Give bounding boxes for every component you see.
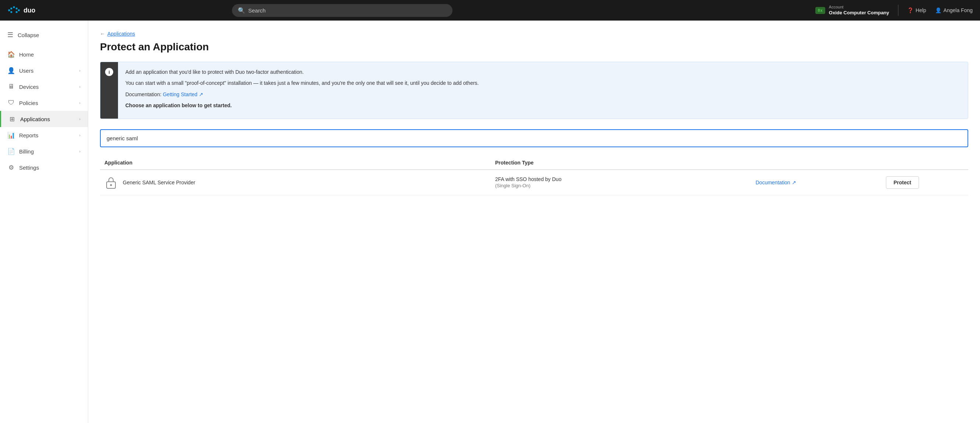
sidebar-item-reports[interactable]: 📊 Reports › xyxy=(0,127,88,143)
protect-button[interactable]: Protect xyxy=(886,176,919,189)
help-label: Help xyxy=(916,7,926,13)
chevron-right-icon: › xyxy=(79,101,81,105)
chevron-right-icon: › xyxy=(79,68,81,73)
users-icon: 👤 xyxy=(7,67,15,74)
col-header-action xyxy=(881,156,968,170)
user-name-label: Angela Fong xyxy=(943,7,973,13)
search-icon: 🔍 xyxy=(238,7,245,14)
chevron-right-icon: › xyxy=(79,149,81,154)
account-name: Oxide Computer Company xyxy=(829,10,889,16)
saml-app-icon xyxy=(104,176,118,189)
shield-icon: 🛡 xyxy=(7,99,15,106)
svg-rect-6 xyxy=(16,11,18,13)
collapse-label: Collapse xyxy=(18,32,39,38)
account-label: Account xyxy=(829,5,889,9)
sidebar-item-billing[interactable]: 📄 Billing › xyxy=(0,143,88,159)
table-body: Generic SAML Service Provider 2FA with S… xyxy=(100,170,968,195)
help-button[interactable]: ❓ Help xyxy=(907,7,926,13)
reports-icon: 📊 xyxy=(7,131,15,139)
sidebar-item-devices[interactable]: 🖥 Devices › xyxy=(0,79,88,95)
sidebar-devices-label: Devices xyxy=(19,84,38,90)
table-header: Application Protection Type xyxy=(100,156,968,170)
svg-rect-1 xyxy=(10,8,12,10)
svg-rect-2 xyxy=(16,8,18,10)
svg-text:duo: duo xyxy=(24,6,35,14)
applications-icon: ⊞ xyxy=(8,115,16,123)
svg-rect-4 xyxy=(18,10,20,11)
search-input[interactable] xyxy=(248,7,447,14)
account-info: Account Oxide Computer Company xyxy=(829,5,889,16)
account-badge: 0x xyxy=(815,7,825,14)
sidebar-policies-label: Policies xyxy=(19,100,38,106)
billing-icon: 📄 xyxy=(7,147,15,155)
main-content: ← Applications Protect an Application i … xyxy=(88,21,980,423)
sidebar-item-home[interactable]: 🏠 Home xyxy=(0,46,88,62)
col-header-application: Application xyxy=(100,156,491,170)
logo-area: duo xyxy=(7,6,42,15)
choose-text: Choose an application below to get start… xyxy=(125,101,479,109)
sidebar-reports-label: Reports xyxy=(19,132,38,138)
col-header-doc xyxy=(751,156,881,170)
app-name-cell: Generic SAML Service Provider xyxy=(100,170,491,195)
protect-cell[interactable]: Protect xyxy=(881,170,968,195)
protection-type-label: 2FA with SSO hosted by Duo xyxy=(495,176,747,182)
breadcrumb-applications-link[interactable]: Applications xyxy=(107,31,135,37)
user-menu-button[interactable]: 👤 Angela Fong xyxy=(935,7,973,13)
getting-started-link[interactable]: Getting Started ↗ xyxy=(163,92,203,97)
user-icon: 👤 xyxy=(935,7,942,13)
gear-icon: ⚙ xyxy=(7,164,15,171)
sidebar-item-policies[interactable]: 🛡 Policies › xyxy=(0,95,88,111)
table-row: Generic SAML Service Provider 2FA with S… xyxy=(100,170,968,195)
sidebar-users-label: Users xyxy=(19,68,33,74)
chevron-right-icon: › xyxy=(79,84,81,89)
home-icon: 🏠 xyxy=(7,51,15,58)
app-name-label: Generic SAML Service Provider xyxy=(123,179,195,185)
info-box-accent: i xyxy=(100,62,118,119)
sidebar-item-settings[interactable]: ⚙ Settings xyxy=(0,159,88,176)
sidebar-billing-label: Billing xyxy=(19,148,34,155)
sidebar-home-label: Home xyxy=(19,51,34,58)
svg-rect-0 xyxy=(13,6,15,8)
protection-subtype-label: (Single Sign-On) xyxy=(495,183,747,189)
devices-icon: 🖥 xyxy=(7,83,15,90)
topnav-right: 0x Account Oxide Computer Company ❓ Help… xyxy=(815,5,973,16)
account-block: 0x Account Oxide Computer Company xyxy=(815,5,889,16)
top-navigation: duo 🔍 0x Account Oxide Computer Company … xyxy=(0,0,980,21)
sidebar-item-applications[interactable]: ⊞ Applications › xyxy=(0,111,88,127)
svg-rect-5 xyxy=(10,11,12,13)
sidebar: ☰ Collapse 🏠 Home 👤 Users › 🖥 Devices › … xyxy=(0,21,88,423)
cisco-logo xyxy=(7,6,21,15)
help-circle-icon: ❓ xyxy=(907,7,913,13)
application-search-input[interactable] xyxy=(100,129,968,147)
col-header-protection: Protection Type xyxy=(491,156,751,170)
duo-logo: duo xyxy=(24,6,42,14)
applications-table: Application Protection Type xyxy=(100,156,968,195)
chevron-right-icon: › xyxy=(79,117,81,121)
sidebar-item-users[interactable]: 👤 Users › xyxy=(0,62,88,79)
info-line2: You can start with a small "proof-of-con… xyxy=(125,79,479,87)
info-box: i Add an application that you'd like to … xyxy=(100,62,968,119)
back-arrow-icon: ← xyxy=(100,31,105,37)
protection-type-cell: 2FA with SSO hosted by Duo (Single Sign-… xyxy=(491,170,751,195)
page-title: Protect an Application xyxy=(100,41,968,53)
page-layout: ☰ Collapse 🏠 Home 👤 Users › 🖥 Devices › … xyxy=(0,21,980,423)
svg-point-9 xyxy=(110,184,112,186)
chevron-right-icon: › xyxy=(79,133,81,137)
svg-rect-3 xyxy=(8,10,10,11)
hamburger-icon: ☰ xyxy=(7,31,13,39)
sidebar-settings-label: Settings xyxy=(19,165,39,171)
info-box-content: Add an application that you'd like to pr… xyxy=(118,62,486,119)
search-bar[interactable]: 🔍 xyxy=(232,4,452,17)
info-icon: i xyxy=(105,68,113,76)
documentation-link[interactable]: Documentation ↗ xyxy=(756,179,796,185)
collapse-button[interactable]: ☰ Collapse xyxy=(0,27,88,43)
doc-label: Documentation: xyxy=(125,92,161,97)
info-doc: Documentation: Getting Started ↗ xyxy=(125,90,479,98)
sidebar-applications-label: Applications xyxy=(20,116,50,122)
documentation-cell[interactable]: Documentation ↗ xyxy=(751,170,881,195)
breadcrumb: ← Applications xyxy=(100,31,968,37)
info-line1: Add an application that you'd like to pr… xyxy=(125,68,479,76)
